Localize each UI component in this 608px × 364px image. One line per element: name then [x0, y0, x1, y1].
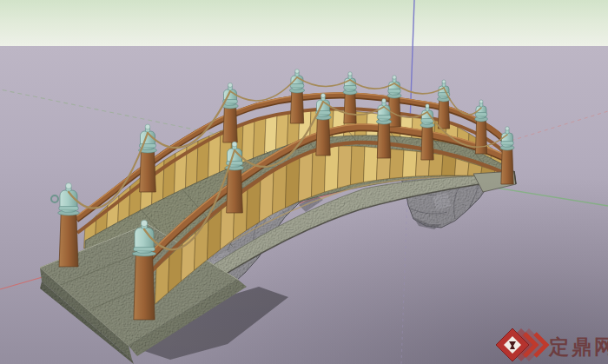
sky [0, 0, 608, 46]
watermark-text: 定鼎网 [548, 335, 608, 358]
viewport-canvas[interactable]: 定鼎网 [0, 0, 608, 364]
vignette-overlay [0, 46, 608, 364]
viewport: 定鼎网 [0, 0, 608, 364]
